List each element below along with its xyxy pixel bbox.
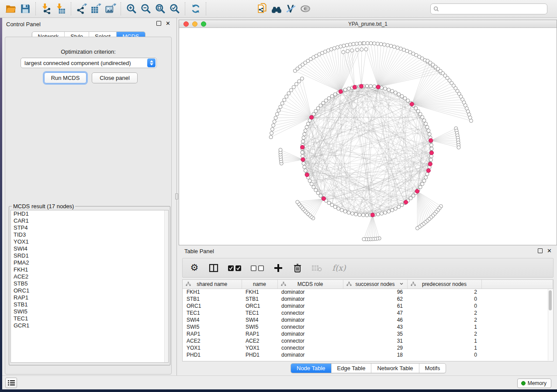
graph-node[interactable] [277,109,280,112]
graph-node[interactable] [457,146,460,149]
graph-node[interactable] [349,43,352,46]
select-all-columns-button[interactable] [227,262,242,274]
graph-node[interactable] [306,122,310,126]
mcds-result-item[interactable]: FKH1 [11,266,168,273]
table-cell[interactable]: 35 [343,330,407,337]
memory-button[interactable]: Memory [517,378,551,388]
column-settings-button[interactable]: ⚙ [189,262,200,274]
mcds-result-item[interactable]: CAR1 [11,217,168,224]
table-row[interactable]: YOX1YOX1connector291 [183,344,553,351]
open-file-button[interactable] [3,2,18,16]
graph-node[interactable] [301,140,305,143]
graph-node[interactable] [330,203,334,207]
graph-node[interactable] [360,48,363,51]
search-network-button[interactable] [269,2,284,16]
dominator-node[interactable] [339,89,343,93]
graph-node[interactable] [333,205,337,209]
table-cell[interactable]: 96 [343,289,407,296]
graph-node[interactable] [403,96,407,100]
graph-node[interactable] [303,165,306,169]
graph-node[interactable] [427,129,430,132]
graph-node[interactable] [394,91,397,94]
table-cell[interactable]: 43 [343,323,407,330]
graph-node[interactable] [414,107,418,110]
graph-node[interactable] [327,201,331,205]
table-cell[interactable]: RAP1 [242,330,277,337]
graph-node[interactable] [424,122,428,126]
graph-node[interactable] [354,213,358,216]
table-cell[interactable]: STB1 [242,296,277,303]
mcds-result-item[interactable]: SWI5 [11,308,168,315]
graph-node[interactable] [350,212,354,215]
graph-node[interactable] [324,99,328,102]
table-cell[interactable]: STB1 [183,296,242,303]
table-row[interactable]: ORC1ORC1dominator610 [183,303,553,309]
table-cell[interactable]: 62 [343,296,407,303]
table-cell[interactable]: PHD1 [183,351,242,358]
graph-node[interactable] [312,186,315,189]
table-cell[interactable]: SWI5 [183,323,242,330]
mcds-result-item[interactable]: STP4 [11,224,168,231]
table-row[interactable]: SWI4SWI4dominator462 [183,316,553,323]
zoom-fit-button[interactable] [153,2,167,16]
graph-node[interactable] [285,95,288,98]
mcds-result-item[interactable]: SRD1 [11,252,168,259]
mcds-result-list[interactable]: PHD1CAR1STP4TID3YOX1SWI4SRD1PMA2FKH1ACE2… [10,210,169,363]
table-cell[interactable]: YOX1 [183,344,242,351]
graph-node[interactable] [275,112,279,116]
tab-edge-table[interactable]: Edge Table [332,364,372,373]
table-cell[interactable]: RAP1 [183,330,242,337]
save-session-button[interactable] [18,2,32,16]
graph-node[interactable] [365,213,369,217]
graph-node[interactable] [358,213,361,217]
table-cell[interactable]: FKH1 [242,289,277,296]
graph-node[interactable] [358,42,362,45]
graph-node[interactable] [426,125,429,129]
graph-node[interactable] [376,42,379,45]
table-cell[interactable]: 46 [343,316,407,323]
table-cell[interactable]: ACE2 [183,337,242,344]
dominator-node[interactable] [404,200,408,204]
mcds-result-item[interactable]: STB1 [11,301,168,308]
dominator-node[interactable] [305,173,309,177]
table-cell[interactable]: 0 [407,303,481,309]
table-cell[interactable]: 1 [407,323,481,330]
graph-node[interactable] [384,87,387,90]
table-cell[interactable]: dominator [277,289,343,296]
graph-node[interactable] [304,169,307,172]
graph-node[interactable] [373,85,376,88]
criterion-dropdown[interactable]: largest connected component (undirected) [21,58,157,68]
graph-node[interactable] [469,119,473,123]
column-header-successor-nodes[interactable]: successor nodes [343,280,407,289]
graph-node[interactable] [416,110,420,113]
table-cell[interactable]: 2 [407,309,481,316]
tab-network-table[interactable]: Network Table [371,364,419,373]
hide-graphics-details-button[interactable] [298,2,312,16]
mcds-result-item[interactable]: SWI4 [11,245,168,252]
graph-node[interactable] [400,94,404,98]
graph-node[interactable] [327,96,331,100]
graph-node[interactable] [269,135,273,139]
graph-node[interactable] [301,151,304,154]
table-cell[interactable]: ORC1 [242,303,277,309]
graph-node[interactable] [421,116,424,119]
network-search-field[interactable] [430,3,547,14]
graph-node[interactable] [429,158,432,162]
dominator-node[interactable] [410,102,414,106]
graph-node[interactable] [424,175,428,179]
export-table-button[interactable] [89,2,103,16]
import-network-button[interactable] [39,2,53,16]
graph-node[interactable] [322,101,325,105]
graph-node[interactable] [376,213,380,216]
table-cell[interactable]: dominator [277,303,343,309]
table-cell[interactable]: connector [277,344,343,351]
mcds-result-item[interactable]: GCR1 [11,322,168,329]
graph-node[interactable] [314,110,318,113]
table-cell[interactable]: 2 [407,316,481,323]
zoom-in-button[interactable] [124,2,138,16]
graph-node[interactable] [421,182,424,186]
zoom-selected-button[interactable] [167,2,182,16]
graph-node[interactable] [397,205,401,209]
column-header-shared-name[interactable]: shared name [183,280,242,289]
table-row[interactable]: SWI5SWI5connector431 [183,323,553,330]
